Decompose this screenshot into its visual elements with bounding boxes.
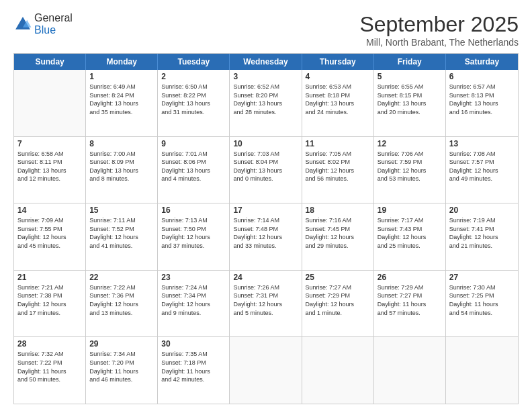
cell-text: Sunrise: 7:05 AMSunset: 8:02 PMDaylight:…: [306, 150, 370, 183]
cell-text: Sunrise: 7:13 AMSunset: 7:50 PMDaylight:…: [161, 216, 226, 250]
week-row-4: 28Sunrise: 7:32 AMSunset: 7:22 PMDayligh…: [14, 336, 518, 404]
logo-blue: Blue: [34, 24, 73, 36]
cal-cell: 19Sunrise: 7:17 AMSunset: 7:43 PMDayligh…: [374, 203, 446, 270]
day-number: 7: [17, 139, 82, 148]
cal-cell: 7Sunrise: 6:58 AMSunset: 8:11 PMDaylight…: [14, 137, 86, 203]
cell-text: Sunrise: 7:32 AMSunset: 7:22 PMDaylight:…: [17, 350, 82, 383]
cal-cell: 12Sunrise: 7:06 AMSunset: 7:59 PMDayligh…: [374, 137, 446, 203]
cell-text: Sunrise: 7:24 AMSunset: 7:34 PMDaylight:…: [161, 283, 226, 317]
cell-text: Sunrise: 6:55 AMSunset: 8:15 PMDaylight:…: [378, 83, 442, 116]
day-number: 17: [233, 205, 298, 215]
week-row-2: 14Sunrise: 7:09 AMSunset: 7:55 PMDayligh…: [14, 203, 518, 270]
day-number: 28: [17, 339, 82, 349]
cell-text: Sunrise: 6:58 AMSunset: 8:11 PMDaylight:…: [17, 150, 82, 183]
cell-text: Sunrise: 7:19 AMSunset: 7:41 PMDaylight:…: [449, 216, 515, 250]
cal-cell: [230, 337, 302, 404]
calendar: SundayMondayTuesdayWednesdayThursdayFrid…: [13, 53, 519, 404]
cal-cell: [374, 337, 446, 404]
day-number: 12: [378, 139, 442, 148]
day-number: 22: [89, 273, 154, 282]
cell-text: Sunrise: 7:30 AMSunset: 7:25 PMDaylight:…: [449, 283, 515, 317]
day-number: 26: [378, 273, 442, 282]
day-number: 11: [306, 139, 370, 148]
cell-text: Sunrise: 7:35 AMSunset: 7:18 PMDaylight:…: [161, 350, 226, 383]
logo-general: General: [34, 12, 73, 24]
cell-text: Sunrise: 7:26 AMSunset: 7:31 PMDaylight:…: [233, 283, 298, 317]
cal-cell: 25Sunrise: 7:27 AMSunset: 7:29 PMDayligh…: [302, 271, 374, 337]
cal-cell: 20Sunrise: 7:19 AMSunset: 7:41 PMDayligh…: [446, 203, 518, 270]
calendar-body: 1Sunrise: 6:49 AMSunset: 8:24 PMDaylight…: [14, 70, 518, 404]
header-day-thursday: Thursday: [302, 54, 374, 70]
day-number: 16: [161, 205, 226, 215]
cell-text: Sunrise: 7:08 AMSunset: 7:57 PMDaylight:…: [449, 150, 515, 183]
cal-cell: [446, 337, 518, 404]
week-row-0: 1Sunrise: 6:49 AMSunset: 8:24 PMDaylight…: [14, 70, 518, 136]
cell-text: Sunrise: 7:01 AMSunset: 8:06 PMDaylight:…: [161, 150, 226, 183]
day-number: 1: [89, 72, 154, 81]
cal-cell: 17Sunrise: 7:14 AMSunset: 7:48 PMDayligh…: [230, 203, 302, 270]
logo-text: General Blue: [34, 12, 73, 36]
day-number: 23: [161, 273, 226, 282]
day-number: 30: [161, 339, 226, 349]
cal-cell: 10Sunrise: 7:03 AMSunset: 8:04 PMDayligh…: [230, 137, 302, 203]
day-number: 3: [233, 72, 298, 81]
cal-cell: [14, 70, 86, 136]
header-day-monday: Monday: [86, 54, 158, 70]
cell-text: Sunrise: 7:21 AMSunset: 7:38 PMDaylight:…: [17, 283, 82, 317]
header-day-saturday: Saturday: [446, 54, 518, 70]
week-row-1: 7Sunrise: 6:58 AMSunset: 8:11 PMDaylight…: [14, 136, 518, 203]
day-number: 25: [306, 273, 370, 282]
day-number: 24: [233, 273, 298, 282]
cal-cell: 14Sunrise: 7:09 AMSunset: 7:55 PMDayligh…: [14, 203, 86, 270]
day-number: 21: [17, 273, 82, 282]
cell-text: Sunrise: 6:50 AMSunset: 8:22 PMDaylight:…: [161, 83, 226, 116]
cell-text: Sunrise: 7:17 AMSunset: 7:43 PMDaylight:…: [378, 216, 442, 250]
cal-cell: 15Sunrise: 7:11 AMSunset: 7:52 PMDayligh…: [86, 203, 158, 270]
day-number: 14: [17, 205, 82, 215]
cal-cell: 2Sunrise: 6:50 AMSunset: 8:22 PMDaylight…: [158, 70, 230, 136]
cal-cell: 16Sunrise: 7:13 AMSunset: 7:50 PMDayligh…: [158, 203, 230, 270]
header-day-sunday: Sunday: [14, 54, 86, 70]
header: General Blue September 2025 Mill, North …: [13, 12, 519, 48]
title-block: September 2025 Mill, North Brabant, The …: [359, 12, 519, 48]
cell-text: Sunrise: 7:09 AMSunset: 7:55 PMDaylight:…: [17, 216, 82, 250]
cal-cell: 24Sunrise: 7:26 AMSunset: 7:31 PMDayligh…: [230, 271, 302, 337]
cell-text: Sunrise: 7:16 AMSunset: 7:45 PMDaylight:…: [306, 216, 370, 250]
cell-text: Sunrise: 7:34 AMSunset: 7:20 PMDaylight:…: [89, 350, 154, 383]
day-number: 27: [449, 273, 515, 282]
cell-text: Sunrise: 7:22 AMSunset: 7:36 PMDaylight:…: [89, 283, 154, 317]
cell-text: Sunrise: 7:06 AMSunset: 7:59 PMDaylight:…: [378, 150, 442, 183]
header-day-friday: Friday: [374, 54, 446, 70]
day-number: 13: [449, 139, 515, 148]
cal-cell: 1Sunrise: 6:49 AMSunset: 8:24 PMDaylight…: [86, 70, 158, 136]
cal-cell: [302, 337, 374, 404]
cal-cell: 27Sunrise: 7:30 AMSunset: 7:25 PMDayligh…: [446, 271, 518, 337]
header-day-tuesday: Tuesday: [158, 54, 230, 70]
logo: General Blue: [13, 12, 73, 36]
day-number: 4: [306, 72, 370, 81]
day-number: 20: [449, 205, 515, 215]
cal-cell: 13Sunrise: 7:08 AMSunset: 7:57 PMDayligh…: [446, 137, 518, 203]
cell-text: Sunrise: 7:29 AMSunset: 7:27 PMDaylight:…: [378, 283, 442, 317]
header-day-wednesday: Wednesday: [230, 54, 302, 70]
cell-text: Sunrise: 6:53 AMSunset: 8:18 PMDaylight:…: [306, 83, 370, 116]
cell-text: Sunrise: 6:57 AMSunset: 8:13 PMDaylight:…: [449, 83, 515, 116]
day-number: 2: [161, 72, 226, 81]
cal-cell: 21Sunrise: 7:21 AMSunset: 7:38 PMDayligh…: [14, 271, 86, 337]
calendar-subtitle: Mill, North Brabant, The Netherlands: [359, 37, 519, 48]
cell-text: Sunrise: 6:49 AMSunset: 8:24 PMDaylight:…: [89, 83, 154, 116]
cal-cell: 22Sunrise: 7:22 AMSunset: 7:36 PMDayligh…: [86, 271, 158, 337]
day-number: 10: [233, 139, 298, 148]
calendar-header-row: SundayMondayTuesdayWednesdayThursdayFrid…: [14, 54, 518, 70]
logo-icon: [13, 15, 32, 34]
cell-text: Sunrise: 7:11 AMSunset: 7:52 PMDaylight:…: [89, 216, 154, 250]
cell-text: Sunrise: 7:27 AMSunset: 7:29 PMDaylight:…: [306, 283, 370, 317]
day-number: 29: [89, 339, 154, 349]
cal-cell: 3Sunrise: 6:52 AMSunset: 8:20 PMDaylight…: [230, 70, 302, 136]
cal-cell: 18Sunrise: 7:16 AMSunset: 7:45 PMDayligh…: [302, 203, 374, 270]
cal-cell: 8Sunrise: 7:00 AMSunset: 8:09 PMDaylight…: [86, 137, 158, 203]
day-number: 5: [378, 72, 442, 81]
cal-cell: 4Sunrise: 6:53 AMSunset: 8:18 PMDaylight…: [302, 70, 374, 136]
day-number: 8: [89, 139, 154, 148]
week-row-3: 21Sunrise: 7:21 AMSunset: 7:38 PMDayligh…: [14, 270, 518, 337]
